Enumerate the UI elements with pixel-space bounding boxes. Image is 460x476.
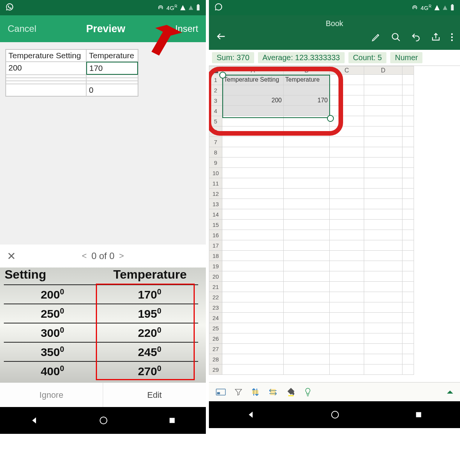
cell[interactable] [330,147,364,158]
cell[interactable] [284,137,330,147]
stat-average[interactable]: Average: 123.3333333 [258,52,345,63]
cell[interactable] [284,333,330,344]
cell[interactable] [222,292,284,302]
cell[interactable] [222,323,284,333]
cell[interactable] [330,158,364,168]
stat-sum[interactable]: Sum: 370 [212,52,254,63]
cell[interactable] [330,333,364,344]
cell[interactable] [330,354,364,364]
cell[interactable] [284,282,330,292]
cell[interactable] [222,189,284,199]
cell[interactable] [364,364,402,375]
row-header[interactable]: 3 [209,95,222,106]
cell[interactable]: 170 [284,95,330,106]
cell[interactable] [364,147,402,158]
cell[interactable] [402,75,414,85]
lightbulb-icon[interactable] [304,387,312,397]
cell[interactable] [402,168,414,178]
cell[interactable] [222,240,284,251]
cell[interactable] [330,364,364,375]
cell[interactable] [284,209,330,220]
chevron-up-icon[interactable] [447,390,453,394]
stat-numerical[interactable]: Numer [390,52,422,63]
cell[interactable] [364,261,402,271]
cell[interactable] [364,95,402,106]
cell[interactable] [364,354,402,364]
cell[interactable] [402,344,414,354]
preview-cell[interactable] [6,75,86,78]
cell[interactable] [364,106,402,116]
cell[interactable] [364,333,402,344]
row-header[interactable]: 23 [209,302,222,313]
cell[interactable] [330,75,364,85]
cell[interactable] [330,323,364,333]
cell[interactable] [330,95,364,106]
col-header[interactable]: A [222,66,284,75]
cell[interactable] [402,147,414,158]
row-header[interactable]: 10 [209,168,222,178]
cell[interactable] [284,323,330,333]
spreadsheet[interactable]: ◢ A B C D 1Temperature SettingTemperatur… [209,66,460,382]
cell[interactable] [330,168,364,178]
cell[interactable] [222,282,284,292]
cell[interactable] [284,251,330,261]
cell[interactable] [402,230,414,240]
cell[interactable] [402,292,414,302]
filter-icon[interactable] [234,388,243,396]
row-header[interactable]: 22 [209,292,222,302]
cell[interactable] [364,75,402,85]
cell[interactable] [402,323,414,333]
cell[interactable] [402,178,414,189]
cell[interactable] [402,209,414,220]
row-header[interactable]: 27 [209,344,222,354]
row-header[interactable]: 4 [209,106,222,116]
row-header[interactable]: 11 [209,178,222,189]
cell[interactable] [284,116,330,126]
cell[interactable]: Temperature Setting [222,75,284,85]
cell[interactable] [330,178,364,189]
row-header[interactable]: 19 [209,261,222,271]
cell[interactable] [284,261,330,271]
nav-home-icon[interactable] [99,416,108,425]
sort-horiz-icon[interactable] [268,388,278,396]
cell[interactable] [222,126,284,137]
insert-button[interactable]: Insert [175,23,198,34]
close-icon[interactable]: ✕ [7,250,16,263]
cell[interactable] [284,313,330,323]
selection-handle[interactable] [219,72,226,79]
pen-icon[interactable] [371,32,381,42]
cell[interactable] [402,126,414,137]
nav-recent-icon[interactable] [168,417,176,424]
cell[interactable] [284,271,330,282]
cell[interactable] [330,126,364,137]
cancel-button[interactable]: Cancel [8,23,36,34]
preview-cell[interactable] [6,84,86,96]
cell[interactable] [222,147,284,158]
cell[interactable] [364,292,402,302]
cell[interactable] [402,116,414,126]
cell[interactable] [402,199,414,209]
cell[interactable] [222,302,284,313]
cell[interactable] [330,261,364,271]
cell[interactable] [364,230,402,240]
cell[interactable] [330,116,364,126]
cell[interactable] [402,95,414,106]
cell[interactable] [284,106,330,116]
row-header[interactable]: 9 [209,158,222,168]
cell[interactable] [402,85,414,95]
nav-back-icon[interactable] [246,410,256,419]
cell[interactable] [284,199,330,209]
cell[interactable] [284,354,330,364]
selection-handle[interactable] [327,115,334,122]
preview-cell-selected[interactable]: 170 [86,62,138,75]
paint-bucket-icon[interactable] [286,387,296,397]
row-header[interactable]: 2 [209,85,222,95]
pager-prev[interactable]: < [77,251,92,261]
stat-count[interactable]: Count: 5 [348,52,387,63]
cell[interactable] [284,302,330,313]
cell[interactable] [222,158,284,168]
col-header[interactable] [402,66,414,75]
cell[interactable] [284,292,330,302]
cell[interactable] [222,116,284,126]
cell[interactable] [364,323,402,333]
